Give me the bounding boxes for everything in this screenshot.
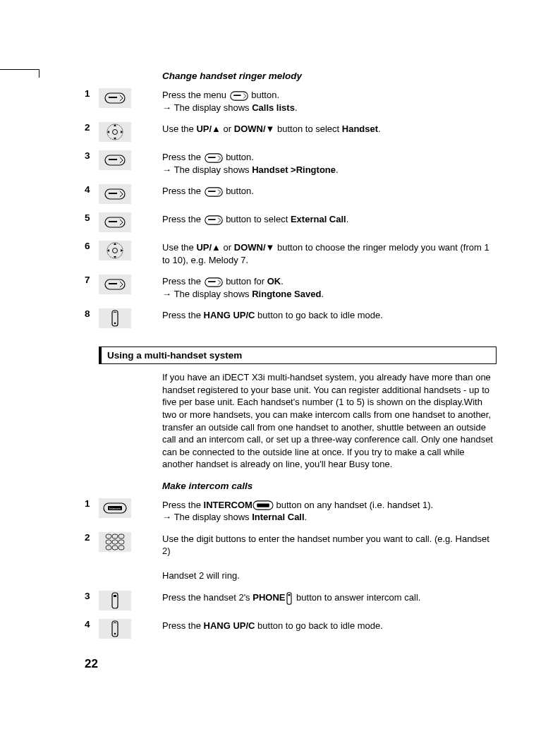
svg-rect-43 — [288, 594, 291, 596]
svg-rect-17 — [208, 219, 216, 220]
svg-point-45 — [114, 633, 116, 635]
svg-rect-36 — [118, 540, 124, 544]
step-number: 4 — [85, 619, 99, 629]
step-number: 6 — [85, 241, 99, 251]
step-text: Use the UP/▲ or DOWN/▼ button to select … — [162, 122, 497, 135]
hangup-icon — [99, 308, 131, 328]
step-number: 8 — [85, 308, 99, 319]
step-number: 1 — [85, 88, 99, 99]
step-row: 4 Press the HANG UP/C button to go back … — [85, 619, 497, 639]
step-text: Press the handset 2's PHONE button to an… — [162, 591, 497, 605]
intercom-icon: Intercom — [99, 498, 131, 518]
step-row: 3 Press the handset 2's PHONE button to … — [85, 591, 497, 610]
svg-rect-1 — [109, 97, 117, 98]
crop-mark — [0, 69, 39, 70]
step-row: 5 Press the button to select External Ca… — [85, 212, 497, 232]
step-number: 4 — [85, 184, 99, 195]
section-title-2: Make intercom calls — [162, 481, 497, 491]
keypad-icon — [99, 532, 131, 552]
step-text: Press the button for OK. → The display s… — [162, 275, 497, 300]
step-text: Press the HANG UP/C button to go back to… — [162, 308, 497, 322]
svg-rect-33 — [118, 534, 124, 538]
menu-button-icon — [99, 275, 131, 294]
svg-rect-37 — [106, 546, 111, 550]
nav-pad-icon — [99, 241, 131, 260]
crop-mark — [39, 69, 39, 78]
svg-text:Intercom: Intercom — [109, 507, 121, 510]
section-heading-box: Using a multi-handset system — [99, 347, 497, 364]
step-row: 1 Intercom Press the INTERCOM button on … — [85, 498, 497, 524]
menu-button-icon — [99, 88, 131, 108]
svg-rect-35 — [112, 540, 118, 544]
step-row: 1 Press the menu button. → The display s… — [85, 88, 497, 114]
step-number: 2 — [85, 122, 99, 133]
step-row: 3 Press the button. → The display shows … — [85, 150, 497, 176]
svg-rect-23 — [208, 281, 216, 282]
svg-point-5 — [113, 130, 118, 135]
svg-rect-31 — [106, 534, 111, 538]
step-number: 2 — [85, 532, 99, 543]
svg-rect-34 — [106, 540, 111, 544]
menu-button-icon — [99, 184, 131, 204]
svg-point-25 — [114, 323, 116, 325]
svg-rect-38 — [112, 546, 118, 550]
step-text: Press the button. → The display shows Ha… — [162, 150, 497, 176]
svg-rect-3 — [233, 95, 241, 96]
phone-icon — [99, 591, 131, 610]
svg-point-19 — [113, 248, 118, 253]
hangup-icon — [99, 619, 131, 639]
svg-rect-39 — [118, 546, 124, 550]
nav-pad-icon — [99, 122, 131, 142]
step-text: Press the HANG UP/C button to go back to… — [162, 619, 497, 632]
menu-button-icon — [99, 150, 131, 170]
step-row: 2 Use the UP/▲ or DOWN/▼ button to selec… — [85, 122, 497, 142]
intro-paragraph: If you have an iDECT X3i multi-handset s… — [162, 371, 497, 470]
step-number: 5 — [85, 212, 99, 223]
svg-rect-21 — [109, 283, 117, 284]
svg-rect-41 — [114, 595, 116, 597]
section-title-1: Change handset ringer melody — [162, 71, 497, 81]
svg-rect-13 — [208, 191, 216, 192]
svg-point-18 — [107, 243, 123, 258]
step-number: 3 — [85, 150, 99, 161]
svg-rect-11 — [109, 193, 117, 194]
step-number: 3 — [85, 591, 99, 601]
svg-rect-9 — [208, 157, 216, 158]
step-text: Press the button to select External Call… — [162, 212, 497, 226]
svg-point-4 — [107, 124, 123, 140]
page-number: 22 — [85, 657, 497, 671]
step-row: 4 Press the button. — [85, 184, 497, 204]
step-text: Use the digit buttons to enter the hands… — [162, 532, 497, 582]
step-number: 7 — [85, 275, 99, 285]
step-row: 8 Press the HANG UP/C button to go back … — [85, 308, 497, 328]
svg-rect-7 — [109, 159, 117, 160]
step-text: Press the button. — [162, 184, 497, 198]
svg-rect-15 — [109, 221, 117, 222]
menu-button-icon — [99, 212, 131, 232]
step-row: 2 Use the digit buttons to enter the han… — [85, 532, 497, 582]
step-text: Press the menu button. → The display sho… — [162, 88, 497, 114]
step-row: 7 Press the button for OK. → The display… — [85, 275, 497, 300]
svg-rect-30 — [257, 504, 269, 507]
step-text: Use the UP/▲ or DOWN/▼ button to choose … — [162, 241, 497, 266]
step-text: Press the INTERCOM button on any handset… — [162, 498, 497, 524]
step-number: 1 — [85, 498, 99, 509]
svg-rect-32 — [112, 534, 118, 538]
step-row: 6 Use the UP/▲ or DOWN/▼ button to choos… — [85, 241, 497, 266]
